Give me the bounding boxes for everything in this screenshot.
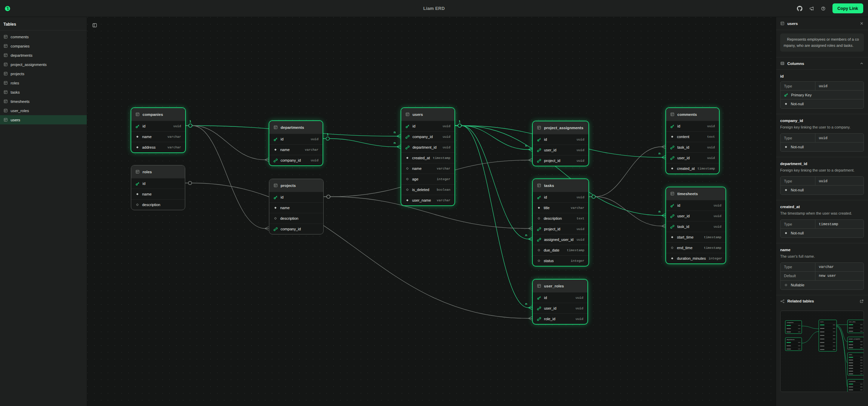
column-name: address (142, 145, 155, 149)
erd-table-node-departments[interactable]: departmentsiduuidnamevarcharcompany_iduu… (269, 121, 323, 166)
sidebar-item-roles[interactable]: roles (0, 78, 87, 87)
panel-left-icon (92, 23, 97, 28)
not-null-icon (670, 135, 674, 139)
erd-table-node-timesheets[interactable]: timesheetsiduuiduser_iduuidtask_iduuidst… (666, 187, 726, 264)
sidebar-item-label: project_assignments (11, 63, 46, 67)
columns-section-header[interactable]: Columns (776, 57, 868, 70)
attr-value: timestamp (815, 220, 842, 228)
column-attributes-table: TypetimestampNot-null (780, 219, 864, 238)
column-type: uuid (577, 148, 584, 152)
foreign-key-icon (405, 135, 410, 139)
table-title: departments (281, 125, 304, 130)
sidebar-item-timesheets[interactable]: timesheets (0, 97, 87, 106)
table-header: project_assignments (533, 121, 588, 134)
minimap-table-title: project_assignme... (849, 338, 861, 340)
column-type: uuid (577, 159, 584, 163)
sidebar-item-users[interactable]: users (0, 115, 87, 124)
table-detail-panel: users Represents employees or members of… (776, 17, 868, 406)
table-header: projects (269, 179, 323, 192)
column-type: varchar (167, 135, 181, 139)
badge-label: Not-null (791, 231, 804, 235)
erd-table-node-roles[interactable]: rolesidnamedescription (131, 165, 185, 210)
table-header: timesheets (666, 187, 725, 200)
primary-key-icon (537, 137, 541, 142)
minimap-edge (837, 325, 847, 342)
column-name: company_id (412, 135, 433, 139)
copy-link-button[interactable]: Copy Link (832, 3, 863, 13)
attr-label: Type (781, 263, 815, 271)
sidebar-item-projects[interactable]: projects (0, 69, 87, 78)
rows-icon (780, 61, 785, 66)
erd-table-node-tasks[interactable]: tasksiduuidtitlevarchardescriptiontextpr… (532, 179, 589, 266)
minimap-table: project_assignme... (847, 337, 864, 349)
column-type: uuid (443, 135, 450, 139)
table-icon (3, 35, 8, 39)
column-type: timestamp (704, 235, 721, 239)
nullable-icon (537, 216, 541, 220)
erd-table-node-companies[interactable]: companiesiduuidnamevarcharaddressvarchar (131, 108, 186, 153)
column-type: integer (708, 257, 722, 260)
table-icon (670, 191, 675, 196)
column-name: duration_minutes (677, 256, 706, 260)
column-row-id: iduuid (533, 292, 587, 303)
column-type: uuid (443, 124, 450, 128)
erd-table-node-project_assignments[interactable]: project_assignmentsiduuiduser_iduuidproj… (532, 121, 589, 166)
cardinality-many-label: n (659, 151, 661, 155)
column-type: uuid (577, 227, 584, 231)
sidebar-item-tasks[interactable]: tasks (0, 87, 87, 97)
column-name: id (677, 124, 680, 128)
minimap-edge (802, 326, 819, 329)
relationship-users-project_assignments: 1n (455, 119, 532, 151)
column-row-id: iduuid (533, 134, 588, 145)
column-name: user_id (677, 156, 690, 160)
related-tables-minimap[interactable]: companiesdepartmentsusersuser_rolesproje… (780, 311, 864, 392)
attr-row: Typeuuid (781, 177, 864, 186)
column-name: end_time (677, 246, 692, 250)
not-null-icon (273, 206, 277, 210)
column-name: user_name (412, 198, 431, 202)
not-null-icon (670, 235, 674, 239)
sidebar-item-user_roles[interactable]: user_roles (0, 106, 87, 115)
column-row-name: namevarchar (131, 131, 185, 142)
not-null-icon (670, 166, 674, 171)
liam-logo[interactable] (5, 6, 10, 11)
column-attributes-table: TypeuuidPrimary KeyNot-null (780, 81, 864, 109)
foreign-key-icon (537, 148, 541, 152)
column-name: start_time (677, 235, 693, 239)
column-type: timestamp (433, 156, 450, 160)
minimap-table-title: companies (787, 322, 794, 323)
table-icon (3, 90, 8, 94)
collapse-columns-button[interactable] (859, 61, 864, 66)
primary-key-icon (273, 137, 278, 141)
sidebar-item-comments[interactable]: comments (0, 32, 87, 41)
minimap-edge (837, 327, 847, 387)
minimap-diagram: companiesdepartmentsusersuser_rolesproje… (781, 311, 864, 392)
sidebar-item-project_assignments[interactable]: project_assignments (0, 60, 87, 69)
erd-table-node-user_roles[interactable]: user_rolesiduuiduser_iduuidrole_iduuid (532, 279, 588, 324)
column-name: company_id (780, 119, 864, 123)
primary-key-icon (784, 93, 788, 97)
column-type: varchar (167, 146, 181, 149)
erd-table-node-comments[interactable]: commentsiduuidcontenttexttask_iduuiduser… (666, 108, 719, 174)
close-panel-button[interactable] (859, 21, 864, 26)
minimap-edge (802, 331, 819, 343)
erd-table-node-projects[interactable]: projectsidnamedescriptioncompany_id (269, 179, 324, 234)
github-button[interactable] (797, 6, 802, 11)
not-null-icon (784, 231, 788, 235)
open-related-tables-button[interactable] (859, 299, 864, 303)
help-button[interactable] (821, 6, 826, 11)
announcements-button[interactable] (809, 6, 814, 11)
column-row-company_id: company_iduuid (401, 131, 455, 142)
attr-badge: Not-null (781, 229, 864, 238)
column-row-description: descriptiontext (533, 213, 588, 224)
sidebar-item-departments[interactable]: departments (0, 51, 87, 60)
close-icon (859, 21, 864, 26)
sidebar-toggle-button[interactable] (92, 23, 97, 29)
sidebar-item-companies[interactable]: companies (0, 41, 87, 51)
not-null-icon (135, 145, 139, 149)
erd-table-node-users[interactable]: usersiduuidcompany_iduuiddepartment_iduu… (401, 108, 455, 206)
cardinality-many-label: n (525, 302, 527, 306)
erd-canvas[interactable]: 1n1n1nnnnn companiesiduuidnamevarcharadd… (87, 17, 776, 406)
attr-row: Typetimestamp (781, 220, 864, 229)
foreign-key-icon (670, 214, 675, 218)
